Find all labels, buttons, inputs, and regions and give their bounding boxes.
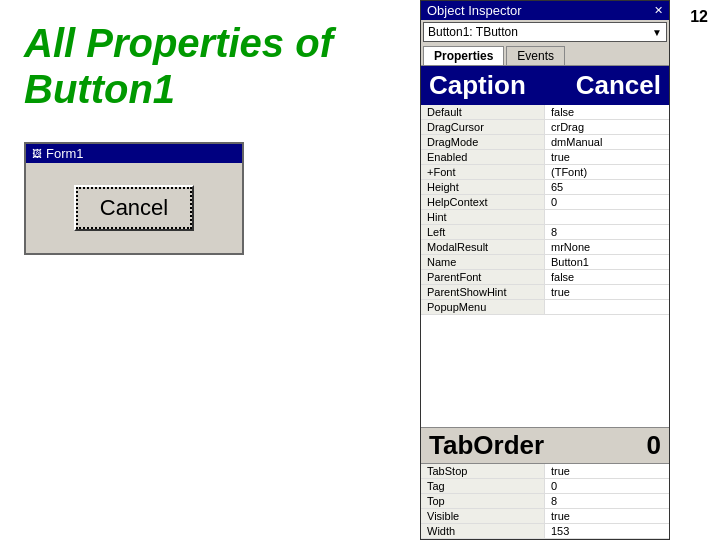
form-preview: 🖼 Form1 Cancel: [24, 142, 244, 255]
slide-number: 12: [690, 8, 708, 26]
taborder-row: TabOrder 0: [421, 427, 669, 464]
dropdown-value: Button1: TButton: [428, 25, 518, 39]
prop-row-modalresult: ModalResult mrNone: [421, 240, 669, 255]
prop-row-enabled: Enabled true: [421, 150, 669, 165]
bottom-prop-width: Width 153: [421, 524, 669, 539]
close-icon[interactable]: ✕: [654, 4, 663, 17]
taborder-label: TabOrder: [429, 430, 544, 461]
prop-row-name: Name Button1: [421, 255, 669, 270]
object-inspector: Object Inspector ✕ Button1: TButton ▼ Pr…: [420, 0, 670, 540]
prop-row-popupmenu: PopupMenu: [421, 300, 669, 315]
bottom-prop-tag: Tag 0: [421, 479, 669, 494]
bottom-prop-visible: Visible true: [421, 509, 669, 524]
caption-cancel-row: Caption Cancel: [421, 66, 669, 105]
prop-row-height: Height 65: [421, 180, 669, 195]
bottom-props: TabStop true Tag 0 Top 8 Visible true Wi…: [421, 464, 669, 539]
prop-row-dragcursor: DragCursor crDrag: [421, 120, 669, 135]
prop-row-dragmode: DragMode dmManual: [421, 135, 669, 150]
taborder-value: 0: [647, 430, 661, 461]
prop-row-hint: Hint: [421, 210, 669, 225]
prop-row-parentfont: ParentFont false: [421, 270, 669, 285]
form-title: Form1: [46, 146, 84, 161]
bottom-prop-top: Top 8: [421, 494, 669, 509]
cancel-button[interactable]: Cancel: [74, 185, 194, 231]
inspector-dropdown[interactable]: Button1: TButton ▼: [423, 22, 667, 42]
chevron-down-icon: ▼: [652, 27, 662, 38]
prop-row-left: Left 8: [421, 225, 669, 240]
caption-label: Caption: [429, 70, 526, 101]
form-body: Cancel: [26, 163, 242, 253]
inspector-tabs: Properties Events: [421, 44, 669, 66]
prop-row-default: Default false: [421, 105, 669, 120]
page-title: All Properties of Button1: [24, 20, 376, 112]
caption-value: Cancel: [576, 70, 661, 101]
prop-row-helpcontext: HelpContext 0: [421, 195, 669, 210]
left-panel: All Properties of Button1 🖼 Form1 Cancel: [0, 0, 400, 540]
prop-row-font: +Font (TFont): [421, 165, 669, 180]
form-titlebar: 🖼 Form1: [26, 144, 242, 163]
tab-events[interactable]: Events: [506, 46, 565, 65]
form-icon: 🖼: [32, 148, 42, 159]
tab-properties[interactable]: Properties: [423, 46, 504, 65]
properties-table: Default false DragCursor crDrag DragMode…: [421, 105, 669, 427]
inspector-title: Object Inspector: [427, 3, 522, 18]
bottom-prop-tabstop: TabStop true: [421, 464, 669, 479]
inspector-titlebar: Object Inspector ✕: [421, 1, 669, 20]
prop-row-parentshowhint: ParentShowHint true: [421, 285, 669, 300]
